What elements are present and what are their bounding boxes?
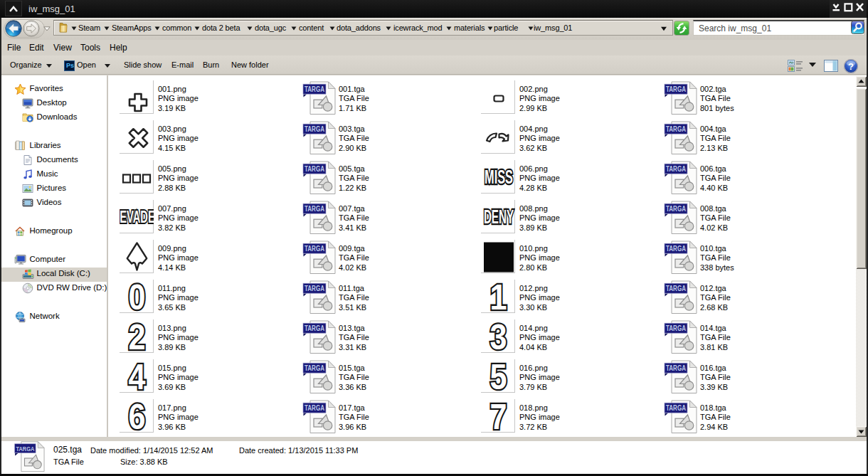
- svg-text:DENY: DENY: [484, 206, 514, 228]
- svg-text:TARGA: TARGA: [305, 324, 324, 332]
- svg-text:3: 3: [490, 319, 507, 353]
- svg-text:TARGA: TARGA: [305, 85, 324, 93]
- svg-text:TARGA: TARGA: [666, 324, 686, 332]
- svg-text:5: 5: [490, 359, 507, 393]
- svg-text:TARGA: TARGA: [666, 85, 686, 93]
- svg-text:7: 7: [490, 399, 507, 433]
- svg-text:2: 2: [129, 319, 146, 353]
- svg-text:TARGA: TARGA: [666, 205, 686, 213]
- svg-text:TARGA: TARGA: [666, 125, 686, 133]
- svg-text:MISS: MISS: [485, 166, 513, 187]
- svg-text:4: 4: [129, 359, 146, 393]
- svg-text:TARGA: TARGA: [305, 364, 324, 372]
- svg-text:TARGA: TARGA: [666, 165, 686, 173]
- svg-text:6: 6: [129, 399, 146, 433]
- svg-text:EVADE: EVADE: [120, 207, 154, 226]
- svg-text:TARGA: TARGA: [305, 125, 324, 133]
- svg-text:TARGA: TARGA: [666, 404, 686, 412]
- svg-text:TARGA: TARGA: [305, 245, 324, 253]
- svg-text:?: ?: [848, 61, 854, 72]
- svg-text:TARGA: TARGA: [666, 245, 686, 253]
- svg-text:TARGA: TARGA: [666, 364, 686, 372]
- svg-text:TARGA: TARGA: [305, 404, 324, 412]
- svg-text:TARGA: TARGA: [16, 445, 35, 453]
- svg-text:TARGA: TARGA: [305, 165, 324, 173]
- svg-text:TARGA: TARGA: [305, 205, 324, 213]
- svg-text:0: 0: [129, 280, 146, 313]
- svg-text:TARGA: TARGA: [305, 285, 324, 292]
- svg-text:1: 1: [490, 280, 507, 313]
- svg-text:TARGA: TARGA: [666, 285, 686, 292]
